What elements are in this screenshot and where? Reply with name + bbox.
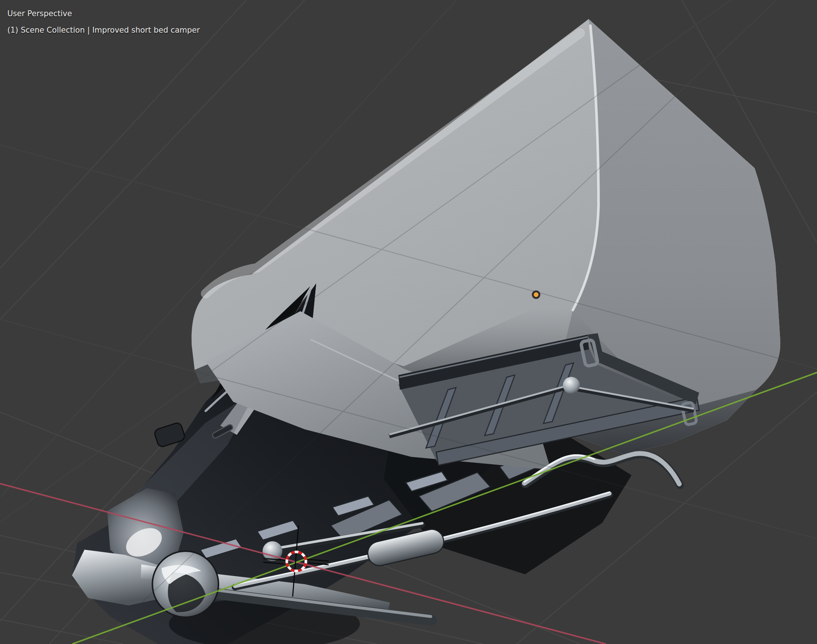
view-mode-label: User Perspective xyxy=(7,9,72,18)
viewport-canvas[interactable]: User Perspective (1) Scene Collection | … xyxy=(0,0,817,644)
frame-ball-joint xyxy=(563,377,580,394)
blender-3d-viewport[interactable]: User Perspective (1) Scene Collection | … xyxy=(0,0,817,644)
origin-point-icon[interactable] xyxy=(533,291,539,298)
scene-breadcrumb: (1) Scene Collection | Improved short be… xyxy=(7,26,200,35)
